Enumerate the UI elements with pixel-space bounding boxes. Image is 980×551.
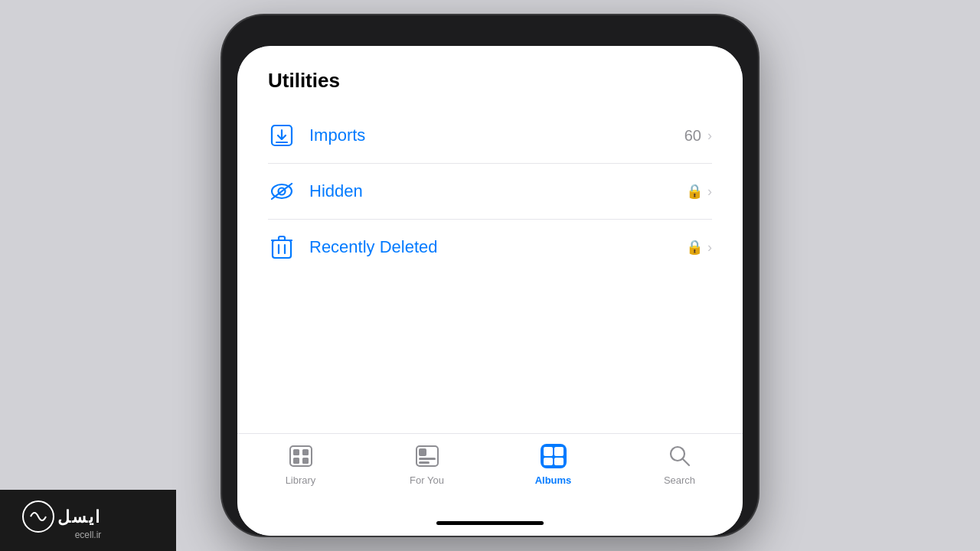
svg-rect-14 xyxy=(419,458,436,460)
svg-line-21 xyxy=(683,459,689,465)
for-you-tab-icon xyxy=(413,442,442,471)
albums-tab-icon xyxy=(539,442,568,471)
library-tab-label: Library xyxy=(286,474,316,486)
svg-rect-9 xyxy=(302,449,309,455)
library-tab-icon xyxy=(286,442,315,471)
recently-deleted-chevron: › xyxy=(707,240,712,256)
phone-frame: Utilities Imports 60 xyxy=(222,15,758,536)
home-bar xyxy=(436,521,544,525)
hidden-icon xyxy=(268,178,296,205)
svg-rect-17 xyxy=(554,447,564,456)
imports-count: 60 xyxy=(684,127,701,145)
hidden-chevron: › xyxy=(707,184,712,200)
svg-text:ایسل: ایسل xyxy=(57,507,101,527)
svg-rect-19 xyxy=(554,458,564,465)
recently-deleted-lock-icon: 🔒 xyxy=(686,239,703,256)
imports-label: Imports xyxy=(309,126,684,145)
page-wrapper: Utilities Imports 60 xyxy=(0,0,980,551)
watermark-domain: ecell.ir xyxy=(75,530,102,543)
list-item-recently-deleted[interactable]: Recently Deleted 🔒 › xyxy=(268,220,712,275)
tab-library[interactable]: Library xyxy=(270,442,332,486)
recently-deleted-label: Recently Deleted xyxy=(309,237,686,257)
list-item-hidden[interactable]: Hidden 🔒 › xyxy=(268,164,712,220)
svg-rect-11 xyxy=(302,458,309,464)
phone-screen: Utilities Imports 60 xyxy=(237,46,743,536)
svg-rect-8 xyxy=(293,449,299,455)
search-tab-icon xyxy=(665,442,694,471)
albums-tab-label: Albums xyxy=(535,474,572,486)
tab-search[interactable]: Search xyxy=(649,442,710,486)
svg-rect-16 xyxy=(544,447,553,456)
tab-for-you[interactable]: For You xyxy=(397,442,458,486)
home-indicator xyxy=(237,510,743,536)
for-you-tab-label: For You xyxy=(410,474,444,486)
utilities-section: Utilities Imports 60 xyxy=(237,46,743,275)
hidden-label: Hidden xyxy=(309,181,686,201)
hidden-lock-icon: 🔒 xyxy=(686,183,703,200)
svg-rect-15 xyxy=(419,461,430,464)
list-item-imports[interactable]: Imports 60 › xyxy=(268,108,712,164)
imports-chevron: › xyxy=(707,128,712,144)
search-tab-label: Search xyxy=(664,474,695,486)
tab-bar: Library For You xyxy=(237,433,743,510)
trash-icon xyxy=(268,233,296,261)
svg-rect-4 xyxy=(273,240,291,258)
svg-rect-13 xyxy=(419,448,426,456)
watermark: ایسل ecell.ir xyxy=(0,490,176,551)
content-area: Utilities Imports 60 xyxy=(237,46,743,433)
svg-rect-18 xyxy=(544,458,553,465)
tab-albums[interactable]: Albums xyxy=(523,442,584,486)
utilities-title: Utilities xyxy=(268,69,712,93)
svg-rect-10 xyxy=(293,458,299,464)
import-icon xyxy=(268,122,296,149)
